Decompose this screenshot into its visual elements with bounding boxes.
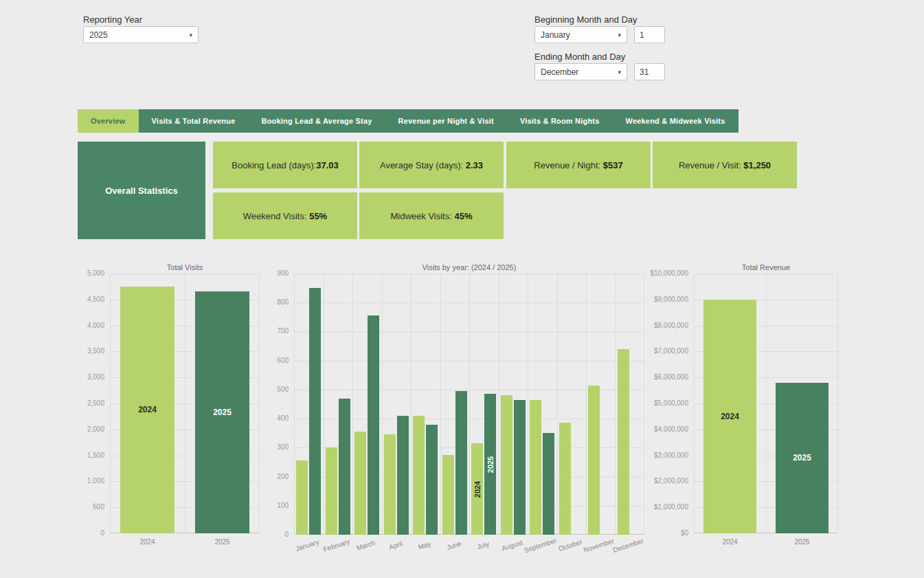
x-axis-tick-label: May [418, 540, 432, 551]
y-axis-tick-label: 300 [276, 443, 289, 452]
bar-2024[interactable]: 2024 [120, 287, 175, 533]
x-axis-tick-label: 2024 [694, 538, 766, 546]
y-axis-tick-label: $0 [650, 529, 688, 537]
y-axis-tick-label: 1,500 [81, 452, 104, 460]
ending-day-input[interactable] [634, 63, 665, 80]
x-axis-tick-label: October [557, 538, 583, 553]
bar-May-2025[interactable] [426, 425, 438, 535]
y-axis-tick-label: 5,000 [81, 269, 104, 278]
y-axis-tick-label: $2,000,000 [650, 477, 688, 485]
bar-August-2024[interactable] [501, 395, 512, 535]
chart-title: Visits by year: (2024 / 2025) [294, 263, 644, 271]
v-gridline [694, 274, 695, 533]
bar-2025[interactable]: 2025 [776, 383, 829, 533]
y-axis-tick-label: 500 [276, 386, 289, 394]
bar-2024[interactable]: 2024 [703, 300, 756, 533]
x-axis-tick-label: February [322, 537, 350, 553]
stat-card-revenue-visit: Revenue / Visit: $1,250 [653, 142, 797, 188]
bar-November-2024[interactable] [588, 386, 600, 535]
y-axis-tick-label: 0 [276, 531, 289, 539]
v-gridline [110, 274, 111, 533]
y-axis-tick-label: 400 [276, 414, 289, 423]
ending-month-select[interactable]: December ▾ [534, 63, 627, 80]
x-axis-tick-label: January [295, 538, 320, 553]
dashboard-page: Reporting Year 2025 ▾ Beginning Month an… [0, 0, 924, 578]
stat-value: 37.03 [316, 160, 339, 170]
tab-weekend-midweek-visits[interactable]: Weekend & Midweek Visits [613, 109, 739, 133]
v-gridline [837, 274, 838, 533]
y-axis-tick-label: $10,000,000 [650, 269, 688, 278]
plot-area: 20242025 [694, 274, 838, 533]
beginning-day-input[interactable] [634, 26, 665, 43]
bar-April-2025[interactable] [397, 416, 409, 535]
y-axis-tick-label: 3,000 [81, 373, 104, 381]
x-axis-tick-label: 2024 [110, 538, 185, 546]
bar-July-2024[interactable]: 2024 [471, 443, 483, 535]
v-gridline [469, 274, 470, 535]
stat-card-booking-lead: Booking Lead (days):37.03 [213, 142, 357, 188]
y-axis-tick-label: 900 [276, 269, 289, 278]
plot-area: 20242025 [110, 274, 260, 533]
tab-revenue-per-night-visit[interactable]: Revenue per Night & Visit [385, 109, 507, 133]
tab-overview[interactable]: Overview [78, 109, 139, 133]
x-axis-tick-label: August [501, 538, 523, 552]
bar-March-2024[interactable] [354, 432, 366, 535]
bar-August-2025[interactable] [514, 400, 526, 535]
stat-card-average-stay: Average Stay (days): 2.33 [359, 142, 504, 188]
v-gridline [616, 274, 616, 535]
bar-February-2025[interactable] [339, 399, 350, 535]
tab-visits-room-nights[interactable]: Visits & Room Nights [507, 109, 613, 133]
tab-booking-lead-average-stay[interactable]: Booking Lead & Average Stay [249, 109, 385, 133]
y-axis-tick-label: $4,000,000 [650, 425, 688, 434]
v-gridline [766, 274, 767, 533]
v-gridline [259, 274, 260, 533]
stat-value: $537 [603, 160, 623, 170]
v-gridline [440, 274, 441, 535]
bar-May-2024[interactable] [413, 416, 425, 535]
v-gridline [411, 274, 412, 535]
overall-statistics-header: Overall Statistics [78, 142, 205, 239]
y-axis-tick-label: 2,500 [81, 399, 104, 408]
bar-year-label: 2025 [776, 453, 829, 463]
v-gridline [294, 274, 295, 535]
bar-January-2025[interactable] [309, 288, 321, 535]
bar-January-2024[interactable] [296, 460, 308, 535]
bar-June-2024[interactable] [442, 455, 454, 535]
x-axis-tick-label: March [356, 539, 376, 552]
bar-December-2024[interactable] [618, 349, 629, 535]
bar-September-2024[interactable] [530, 400, 541, 535]
x-axis-tick-label: 2025 [185, 538, 260, 546]
v-gridline [352, 274, 353, 535]
bar-June-2025[interactable] [455, 391, 467, 535]
y-axis-tick-label: $8,000,000 [650, 322, 688, 330]
x-axis-tick-label: September [523, 537, 558, 555]
v-gridline [644, 274, 644, 535]
bar-October-2024[interactable] [559, 423, 571, 535]
stat-card-revenue-night: Revenue / Night: $537 [506, 142, 651, 188]
y-axis-tick-label: 1,000 [81, 477, 104, 485]
bar-year-label: 2024 [703, 412, 756, 421]
y-axis-tick-label: 2,000 [81, 425, 104, 434]
beginning-month-select[interactable]: January ▾ [534, 26, 627, 43]
bar-year-label: 2024 [473, 480, 482, 497]
plot-area: 20242025 [294, 274, 644, 535]
bar-February-2024[interactable] [326, 447, 337, 535]
y-axis-tick-label: $3,000,000 [650, 452, 688, 460]
y-axis-tick-label: 4,500 [81, 296, 104, 304]
stat-value: 55% [309, 211, 327, 221]
tab-visits-total-revenue[interactable]: Visits & Total Revenue [139, 109, 249, 133]
v-gridline [557, 274, 558, 535]
bar-March-2025[interactable] [368, 315, 379, 535]
bar-year-label: 2025 [195, 408, 250, 417]
bar-April-2024[interactable] [384, 434, 396, 535]
bar-July-2025[interactable]: 2025 [484, 394, 496, 535]
stat-value: 2.33 [466, 160, 483, 170]
stat-card-weekend-visits: Weekend Visits: 55% [213, 192, 357, 239]
y-axis-tick-label: 800 [276, 298, 289, 307]
reporting-year-select[interactable]: 2025 ▾ [83, 26, 199, 43]
y-axis-tick-label: 600 [276, 357, 289, 365]
y-axis-tick-label: 500 [81, 503, 104, 511]
x-axis-tick-label: July [476, 540, 490, 551]
bar-2025[interactable]: 2025 [195, 291, 250, 533]
bar-September-2025[interactable] [543, 433, 554, 535]
